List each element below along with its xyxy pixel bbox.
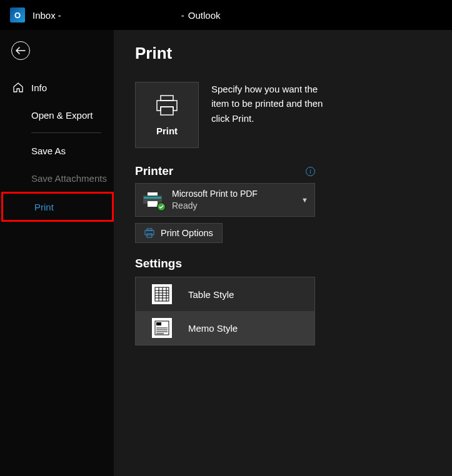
print-options-button[interactable]: Print Options <box>135 223 223 243</box>
svg-rect-5 <box>148 201 158 207</box>
backstage-sidebar: Info Open & Export Save As Save Attachme… <box>0 30 114 476</box>
printer-heading: Printer <box>135 164 173 178</box>
style-item-table[interactable]: Table Style <box>136 277 314 311</box>
chevron-down-icon: ▼ <box>301 196 308 204</box>
settings-heading: Settings <box>135 257 452 270</box>
printer-device-icon <box>142 191 163 209</box>
title-redacted <box>65 9 178 21</box>
print-options-label: Print Options <box>161 228 213 238</box>
outlook-app-icon: O <box>10 7 25 22</box>
back-button[interactable] <box>11 41 30 60</box>
print-button[interactable]: Print <box>135 82 199 148</box>
title-appname: Outlook <box>188 10 221 21</box>
sidebar-item-save-as[interactable]: Save As <box>0 137 114 164</box>
svg-rect-7 <box>145 231 154 235</box>
style-item-label: Memo Style <box>188 323 238 334</box>
sidebar-item-label: Save Attachments <box>31 173 107 184</box>
sidebar-item-label: Info <box>31 82 47 93</box>
print-description: Specify how you want the item to be prin… <box>211 82 324 148</box>
printer-name: Microsoft Print to PDF <box>172 188 258 200</box>
page-title: Print <box>135 44 452 63</box>
arrow-left-icon <box>16 47 26 54</box>
svg-rect-2 <box>148 192 158 196</box>
title-prefix: Inbox - <box>33 10 61 21</box>
style-item-memo[interactable]: Memo Style <box>136 311 314 345</box>
svg-rect-18 <box>156 322 161 325</box>
sidebar-item-open-export[interactable]: Open & Export <box>0 101 114 129</box>
sidebar-item-label: Print <box>34 202 54 212</box>
style-item-label: Table Style <box>188 289 234 300</box>
sidebar-item-label: Save As <box>31 146 66 156</box>
sidebar-item-info[interactable]: Info <box>0 74 114 101</box>
print-options-icon <box>144 228 154 238</box>
title-dash: - <box>181 10 184 21</box>
check-icon <box>157 202 166 211</box>
sidebar-item-label: Open & Export <box>31 110 93 121</box>
info-icon[interactable]: i <box>306 167 315 176</box>
print-button-label: Print <box>156 126 178 136</box>
print-style-list: Table Style Memo Style <box>135 277 315 345</box>
printer-status: Ready <box>172 200 258 212</box>
svg-rect-8 <box>147 234 152 237</box>
table-style-icon <box>152 284 172 304</box>
title-bar: O Inbox - - Outlook <box>0 0 452 30</box>
printer-dropdown[interactable]: Microsoft Print to PDF Ready ▼ <box>135 183 315 217</box>
window-title: Inbox - - Outlook <box>33 9 221 21</box>
memo-style-icon <box>152 318 172 338</box>
svg-rect-4 <box>144 197 161 199</box>
content-pane: Print Print Specify how you want the ite… <box>114 30 452 476</box>
sidebar-divider <box>31 132 101 133</box>
printer-icon <box>154 94 179 117</box>
svg-rect-9 <box>155 287 169 301</box>
home-icon <box>13 82 24 93</box>
svg-rect-1 <box>161 107 173 115</box>
sidebar-item-print[interactable]: Print <box>1 192 114 222</box>
svg-rect-0 <box>161 96 173 101</box>
sidebar-item-save-attachments: Save Attachments <box>0 164 114 192</box>
